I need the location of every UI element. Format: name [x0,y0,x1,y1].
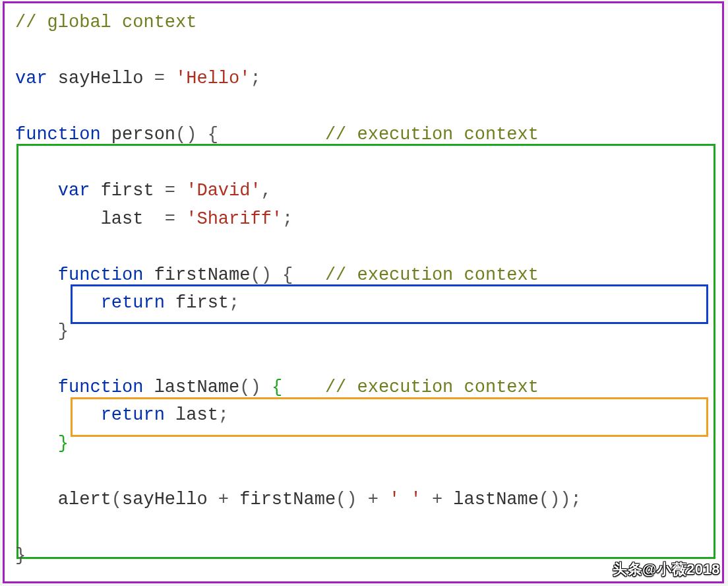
semi: ; [250,69,260,88]
sp [47,69,58,88]
indent [15,265,58,285]
global-context-box: // global context var sayHello = 'Hello'… [3,1,724,583]
brace-close: } [58,321,69,341]
semi: ; [218,405,229,425]
fn-person: person [111,125,175,145]
sp [165,405,175,425]
id-sayhello: sayHello [122,490,208,509]
kw-function: function [58,265,144,285]
indent [15,490,58,509]
eq: = [165,181,175,201]
kw-function: function [15,125,101,145]
comment-exec: // execution context [325,377,539,397]
brace-open: { [208,125,218,145]
comment-exec: // execution context [325,265,539,285]
parens: () [250,265,271,285]
fn-lastname: lastName [154,377,240,397]
id-first: first [101,181,154,201]
str-hello: 'Hello' [175,69,250,88]
indent [15,377,58,397]
brace-close: } [15,546,26,566]
comment-global: // global context [15,13,197,32]
id-sayhello: sayHello [58,69,144,88]
sp [261,377,272,397]
semi: ; [571,490,582,509]
plus: + [208,490,240,509]
parens: () [175,125,197,145]
eq: = [154,69,165,88]
plus: + [357,490,390,509]
fn-firstname-call: firstName [239,490,336,509]
indent [15,209,101,229]
sp [90,181,100,201]
str-shariff: 'Shariff' [186,209,282,229]
sp [282,377,325,397]
plus: + [421,490,454,509]
sp [197,125,207,145]
parens: () [336,490,357,509]
code-block: // global context var sayHello = 'Hello'… [15,9,582,570]
str-space: ' ' [389,490,421,509]
parens: () [539,490,560,509]
id-last: last [175,405,218,425]
indent [15,405,101,425]
sp [143,209,164,229]
eq: = [165,209,175,229]
brace-close: } [58,434,69,453]
semi: ; [282,209,293,229]
fn-lastname-call: lastName [453,490,539,509]
comma: , [261,181,272,201]
sp [165,293,175,313]
kw-return: return [101,405,165,425]
indent [15,434,58,453]
watermark-text: 头条@小薇2018 [613,560,720,579]
sp [272,265,282,285]
sp [143,265,154,285]
fn-alert: alert [58,490,111,509]
indent [15,293,101,313]
indent [15,321,58,341]
parens: () [239,377,260,397]
brace-open: { [282,265,293,285]
kw-function: function [58,377,144,397]
sp [218,125,325,145]
paren-close: ) [560,490,570,509]
brace-open: { [272,377,282,397]
kw-var: var [15,69,47,88]
sp [143,69,154,88]
fn-firstname: firstName [154,265,251,285]
indent [15,181,58,201]
id-first: first [175,293,229,313]
kw-var: var [58,181,90,201]
sp [165,69,175,88]
sp [175,181,186,201]
id-last: last [101,209,144,229]
sp [154,181,165,201]
sp [293,265,325,285]
sp [143,377,154,397]
comment-exec: // execution context [325,125,539,145]
kw-return: return [101,293,165,313]
sp [175,209,186,229]
sp [101,125,111,145]
semi: ; [229,293,239,313]
paren-open: ( [111,490,122,509]
str-david: 'David' [186,181,260,201]
